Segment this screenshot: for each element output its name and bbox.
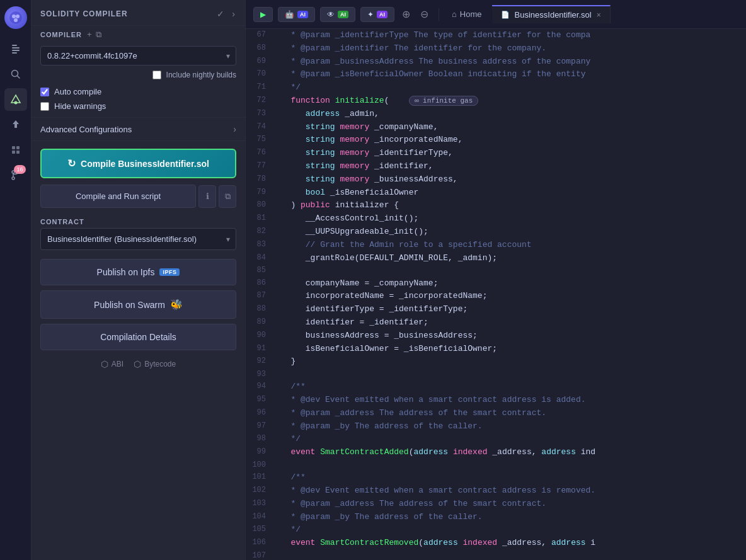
run-script-copy-btn[interactable]: ⧉	[219, 185, 236, 208]
file-tab-businessidentifier[interactable]: 📄 BusinessIdentifier.sol ×	[492, 5, 611, 23]
check-icon[interactable]: ✓	[215, 8, 226, 20]
zoom-out-btn[interactable]: ⊖	[418, 6, 431, 23]
line-number: 93	[246, 369, 276, 380]
line-number: 104	[246, 511, 276, 523]
line-number: 79	[246, 186, 276, 198]
ai-btn-1[interactable]: 🤖 AI	[278, 7, 315, 22]
publish-swarm-button[interactable]: Publish on Swarm 🐝	[40, 290, 236, 319]
code-line: 77 string memory _identifier,	[246, 160, 746, 173]
editor-toolbar: ▶ 🤖 AI 👁 AI ✦ AI ⊕ ⊖ ⌂ Home 📄 BusinessId…	[246, 0, 746, 29]
version-select[interactable]: 0.8.22+commit.4fc1097e	[40, 46, 236, 66]
sidebar-item-search[interactable]	[4, 63, 27, 86]
auto-compile-label[interactable]: Auto compile	[54, 87, 101, 96]
add-compiler-btn[interactable]: +	[87, 30, 92, 40]
bytecode-item[interactable]: ⬡ Bytecode	[134, 359, 176, 369]
code-line: 75 string memory _incorporatedName,	[246, 134, 746, 147]
line-content: * @dev Event emitted when a smart contra…	[276, 394, 746, 407]
line-content: * @param _isBeneficialOwner Boolean indi…	[276, 68, 746, 81]
sidebar-item-deploy[interactable]	[4, 113, 27, 136]
line-content: * @param _by The address of the caller.	[276, 420, 746, 433]
app-logo	[4, 6, 27, 29]
nightly-label[interactable]: Include nightly builds	[166, 71, 236, 79]
sidebar-item-files[interactable]	[4, 38, 27, 60]
line-number: 94	[246, 380, 276, 392]
swarm-icon: 🐝	[170, 299, 183, 311]
line-content: */	[276, 433, 746, 446]
compilation-details-button[interactable]: Compilation Details	[40, 324, 236, 350]
code-line: 72 function initialize( ∞ infinite gas	[246, 94, 746, 108]
advanced-label: Advanced Configurations	[40, 125, 132, 134]
line-number: 91	[246, 343, 276, 355]
code-line: 102 * @dev Event emitted when a smart co…	[246, 484, 746, 498]
nightly-checkbox[interactable]	[152, 71, 161, 79]
line-number: 80	[246, 199, 276, 211]
line-number: 102	[246, 484, 276, 496]
line-content: ) public initializer {	[276, 199, 746, 212]
code-line: 79 bool _isBeneficialOwner	[246, 186, 746, 200]
svg-rect-6	[12, 50, 20, 51]
run-script-row: Compile and Run script ℹ ⧉	[40, 185, 236, 208]
line-content: * @param _by The address of the caller.	[276, 511, 746, 524]
copy-compiler-btn[interactable]: ⧉	[96, 30, 101, 40]
line-number: 107	[246, 550, 276, 560]
sidebar-item-compiler[interactable]	[4, 88, 27, 111]
code-line: 73 address _admin,	[246, 108, 746, 121]
sidebar-item-plugins[interactable]	[4, 139, 27, 161]
code-line: 98 */	[246, 433, 746, 446]
code-line: 103 * @param _address The address of the…	[246, 498, 746, 511]
code-line: 83 // Grant the Admin role to a specifie…	[246, 239, 746, 252]
ai-icon-2: 👁	[327, 10, 335, 19]
toolbar-separator	[439, 8, 439, 21]
version-row: 0.8.22+commit.4fc1097e ▾	[32, 43, 245, 68]
code-line: 69 * @param _businessAddress The busines…	[246, 55, 746, 69]
bytecode-icon: ⬡	[134, 359, 141, 369]
ai-btn-3[interactable]: ✦ AI	[360, 7, 394, 22]
git-badge: 16	[14, 165, 25, 174]
compiler-label: COMPILER	[40, 31, 82, 38]
compile-button-label: Compile BusinessIdentifier.sol	[81, 159, 209, 169]
run-script-info-btn[interactable]: ℹ	[198, 185, 216, 208]
compile-button[interactable]: ↻ Compile BusinessIdentifier.sol	[40, 149, 236, 178]
code-line: 90 businessAddress = _businessAddress;	[246, 329, 746, 343]
run-toolbar-btn[interactable]: ▶	[253, 7, 273, 22]
abi-item[interactable]: ⬡ ABI	[101, 359, 123, 369]
line-number: 85	[246, 265, 276, 277]
file-tab-label: BusinessIdentifier.sol	[515, 10, 592, 20]
line-content: function initialize( ∞ infinite gas	[276, 94, 746, 108]
code-line: 88 identifierType = _identifierType;	[246, 303, 746, 316]
line-content: address _admin,	[276, 108, 746, 121]
zoom-in-btn[interactable]: ⊕	[399, 6, 413, 23]
line-number: 95	[246, 394, 276, 406]
abi-bytecode-row: ⬡ ABI ⬡ Bytecode	[32, 353, 245, 375]
line-number: 78	[246, 173, 276, 185]
contract-select[interactable]: BusinessIdentifier (BusinessIdentifier.s…	[40, 228, 236, 250]
line-number: 103	[246, 498, 276, 510]
line-content: * @dev Event emitted when a smart contra…	[276, 484, 746, 498]
sidebar-item-git[interactable]: 16	[4, 164, 27, 186]
ai-btn-2[interactable]: 👁 AI	[320, 7, 355, 22]
line-number: 75	[246, 134, 276, 146]
line-number: 87	[246, 290, 276, 302]
tab-close-btn[interactable]: ×	[597, 11, 601, 20]
version-select-wrapper: 0.8.22+commit.4fc1097e ▾	[40, 46, 236, 66]
forward-icon[interactable]: ›	[231, 8, 236, 20]
home-btn[interactable]: ⌂ Home	[447, 7, 487, 21]
code-line: 95 * @dev Event emitted when a smart con…	[246, 394, 746, 407]
auto-compile-checkbox[interactable]	[40, 88, 49, 96]
code-container[interactable]: 67 * @param _identifierType The type of …	[246, 29, 746, 560]
publish-ipfs-button[interactable]: Publish on Ipfs IPFS	[40, 259, 236, 285]
contract-select-wrapper: BusinessIdentifier (BusinessIdentifier.s…	[40, 228, 236, 250]
run-script-button[interactable]: Compile and Run script	[40, 185, 196, 208]
line-content: * @param _businessAddress The business a…	[276, 55, 746, 69]
line-content: string memory _companyName,	[276, 121, 746, 134]
line-number: 96	[246, 407, 276, 419]
code-line: 91 isBeneficialOwner = _isBeneficialOwne…	[246, 343, 746, 356]
line-number: 73	[246, 108, 276, 120]
publish-ipfs-label: Publish on Ipfs	[97, 267, 155, 277]
hide-warnings-checkbox[interactable]	[40, 102, 49, 111]
code-line: 99 event SmartContractAdded(address inde…	[246, 446, 746, 459]
hide-warnings-label[interactable]: Hide warnings	[54, 101, 106, 111]
home-label: Home	[460, 9, 482, 19]
advanced-configurations-row[interactable]: Advanced Configurations ›	[32, 117, 245, 141]
file-tab-icon: 📄	[501, 11, 510, 19]
